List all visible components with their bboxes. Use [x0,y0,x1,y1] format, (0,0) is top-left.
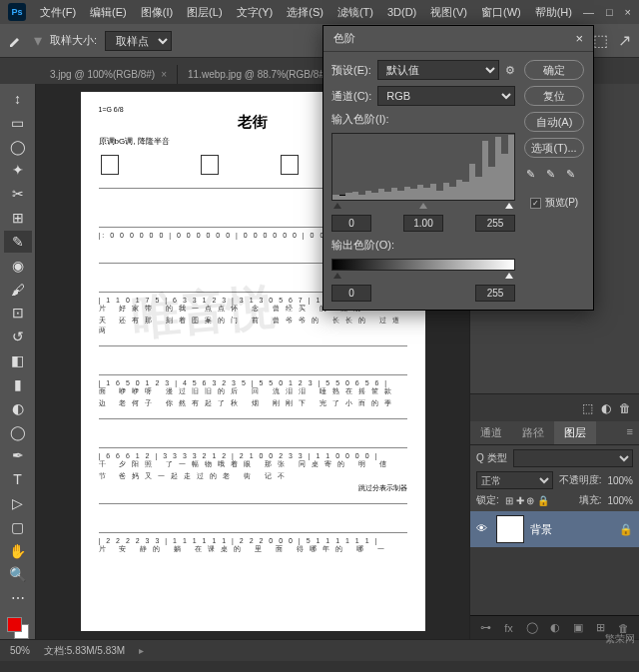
menu-window[interactable]: 窗口(W) [475,3,527,22]
mask-icon[interactable]: ◯ [522,618,541,638]
opacity-value[interactable]: 100% [607,475,633,486]
layer-thumbnail[interactable] [496,515,524,543]
input-highlight[interactable]: 255 [475,215,515,232]
menu-image[interactable]: 图像(I) [135,3,179,22]
lyric-4: 片 安 静的 躺 在课桌的 里 面 得哪年的 哪 一 [99,544,407,554]
frame-tool[interactable]: ⊞ [4,207,32,229]
tab-close-0[interactable]: × [161,69,167,80]
input-shadow[interactable]: 0 [331,215,371,232]
menu-3d[interactable]: 3D(D) [381,4,422,20]
adjustments-icon[interactable]: ◐ [601,401,611,415]
preview-checkbox[interactable]: ✓ [530,198,541,209]
layers-panel: 通道 路径 图层 ≡ Q 类型 正常不透明度:100% 锁定:⊞ ✚ ⊕ 🔒填充… [470,421,639,639]
lock-icons[interactable]: ⊞ ✚ ⊕ 🔒 [505,495,549,506]
menu-type[interactable]: 文字(Y) [231,3,280,22]
pen-tool[interactable]: ✒ [4,444,32,466]
lasso-tool[interactable]: ◯ [4,136,32,158]
type-tool[interactable]: T [4,468,32,490]
brush-tool[interactable]: 🖌 [4,279,32,301]
dodge-tool[interactable]: ◯ [4,421,32,443]
white-eyedropper-icon[interactable]: ✎ [566,168,582,184]
menu-select[interactable]: 选择(S) [281,3,329,22]
path-tool[interactable]: ▷ [4,492,32,514]
black-eyedropper-icon[interactable]: ✎ [526,168,542,184]
menu-edit[interactable]: 编辑(E) [84,3,133,22]
history-brush-tool[interactable]: ↺ [4,326,32,347]
move-tool[interactable]: ↕ [4,88,32,110]
preset-select[interactable]: 默认值 [377,60,499,80]
channel-select[interactable]: RGB [377,86,515,106]
menu-help[interactable]: 帮助(H) [529,3,578,22]
marquee-tool[interactable]: ▭ [4,112,32,134]
zoom-level[interactable]: 50% [10,645,30,656]
trash-icon[interactable]: 🗑 [619,401,631,415]
heal-tool[interactable]: ◉ [4,255,32,277]
shadow-slider[interactable] [333,203,341,209]
wand-tool[interactable]: ✦ [4,159,32,181]
tab-layers[interactable]: 图层 [554,421,596,444]
input-gamma[interactable]: 1.00 [403,215,443,232]
sample-size-select[interactable]: 取样点 [105,31,172,51]
lock-label: 锁定: [476,493,499,507]
zoom-tool[interactable]: 🔍 [4,564,32,586]
gradient-tool[interactable]: ▮ [4,373,32,395]
gray-eyedropper-icon[interactable]: ✎ [546,168,562,184]
ok-button[interactable]: 确定 [524,60,584,80]
channel-label: 通道(C): [331,89,371,104]
layer-list: 👁 背景 🔒 [470,511,639,615]
midtone-slider[interactable] [419,203,427,209]
adjustment-icon[interactable]: ◐ [545,618,564,638]
eraser-tool[interactable]: ◧ [4,349,32,371]
input-levels-label: 输入色阶(I): [331,112,515,127]
output-shadow-slider[interactable] [333,273,341,279]
stamp-tool[interactable]: ⊡ [4,302,32,324]
eyedropper-tool[interactable]: ✎ [4,231,32,253]
visibility-icon[interactable]: 👁 [476,522,490,536]
shape-tool[interactable]: ▢ [4,516,32,538]
color-swatches[interactable] [7,617,29,639]
kind-filter[interactable] [513,449,633,467]
group-icon[interactable]: ▣ [568,618,587,638]
blur-tool[interactable]: ◐ [4,397,32,419]
maximize-icon[interactable]: □ [606,6,613,18]
output-highlight-slider[interactable] [505,273,513,279]
link-icon[interactable]: ⊶ [476,618,495,638]
blend-mode[interactable]: 正常 [476,471,553,489]
menu-file[interactable]: 文件(F) [34,3,82,22]
preview-label: 预览(P) [545,196,578,210]
options-button[interactable]: 选项(T)... [524,138,584,158]
crop-tool[interactable]: ✂ [4,183,32,205]
foreground-color[interactable] [7,617,22,632]
ps-logo: Ps [8,3,26,21]
fill-value[interactable]: 100% [607,495,633,506]
output-shadow[interactable]: 0 [331,285,371,302]
align-icon[interactable]: ⬚ [582,401,593,415]
highlight-slider[interactable] [505,203,513,209]
tab-channels[interactable]: 通道 [470,421,512,444]
tab-0[interactable]: 3.jpg @ 100%(RGB/8#)× [40,65,178,84]
more-tools[interactable]: ⋯ [4,587,32,609]
histogram[interactable] [331,133,515,201]
layer-item-background[interactable]: 👁 背景 🔒 [470,511,639,547]
workspace-icon[interactable]: ⬚ [593,31,608,50]
output-highlight[interactable]: 255 [475,285,515,302]
output-gradient[interactable] [331,259,515,271]
fx-icon[interactable]: fx [499,618,518,638]
gear-icon[interactable]: ⚙ [505,64,515,77]
note-2: 跳过分表示制器 [99,483,407,493]
doc-info[interactable]: 文档:5.83M/5.83M [44,644,125,658]
reset-button[interactable]: 复位 [524,86,584,106]
hand-tool[interactable]: ✋ [4,540,32,562]
lock-icon[interactable]: 🔒 [619,523,633,536]
output-levels-label: 输出色阶(O): [331,238,515,253]
menu-layer[interactable]: 图层(L) [181,3,228,22]
tab-paths[interactable]: 路径 [512,421,554,444]
auto-button[interactable]: 自动(A) [524,112,584,132]
menu-filter[interactable]: 滤镜(T) [331,3,379,22]
dialog-close-icon[interactable]: × [575,31,583,46]
close-window-icon[interactable]: × [625,6,631,18]
menu-view[interactable]: 视图(V) [424,3,473,22]
minimize-icon[interactable]: — [583,6,594,18]
share-icon[interactable]: ↗ [618,31,631,50]
panel-menu-icon[interactable]: ≡ [621,421,639,444]
